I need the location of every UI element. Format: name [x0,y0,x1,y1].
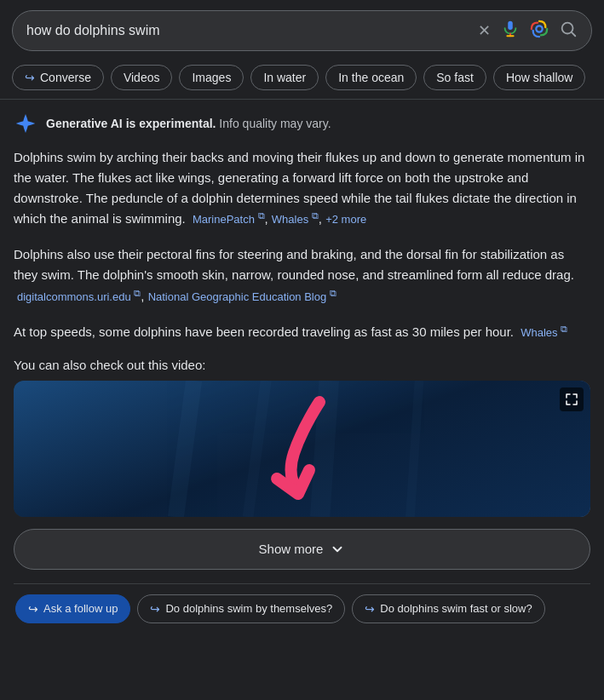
ai-label: Generative AI is experimental. Info qual… [46,117,331,130]
chip-label: Converse [40,71,91,84]
chip-in-water[interactable]: In water [250,65,319,90]
pink-arrow-icon [251,393,354,504]
ai-header: Generative AI is experimental. Info qual… [14,112,590,135]
search-bar-container: ✕ [0,0,604,58]
fast-or-slow-chip[interactable]: ↪ Do dolphins swim fast or slow? [352,594,544,623]
external-link-icon: ⧉ [258,210,265,221]
chip-label: Videos [124,71,160,84]
source-digitalcommons[interactable]: digitalcommons.uri.edu ⧉ [17,290,141,303]
chip-arrow-icon: ↪ [150,602,160,616]
external-link-icon: ⧉ [561,324,567,334]
show-more-label: Show more [259,542,324,556]
ai-paragraph-3: At top speeds, some dolphins have been r… [14,322,590,342]
chip-so-fast[interactable]: So fast [423,65,486,90]
chevron-down-icon [330,542,345,557]
video-thumbnail[interactable] [14,381,590,517]
chip-converse[interactable]: ↪ Converse [12,65,104,90]
external-link-icon: ⧉ [134,287,141,297]
source-whales-2[interactable]: Whales ⧉ [521,326,567,339]
search-bar: ✕ [12,10,592,51]
chip-label: Ask a follow up [43,602,118,615]
chips-row: ↪ Converse Videos Images In water In the… [0,58,604,100]
source-more[interactable]: +2 more [325,213,366,226]
search-input[interactable] [26,23,469,38]
clear-icon[interactable]: ✕ [478,21,491,40]
video-section-label: You can also check out this video: [14,358,590,372]
external-link-icon: ⧉ [330,287,337,297]
chip-videos[interactable]: Videos [111,65,173,90]
ai-section: Generative AI is experimental. Info qual… [0,100,604,649]
converse-arrow-icon: ↪ [25,71,35,84]
gemini-icon [14,112,37,135]
divider [14,583,590,584]
chip-label: How shallow [506,71,573,84]
video-expand-button[interactable] [560,387,584,411]
chip-label: Images [192,71,231,84]
arrow-overlay [14,381,590,517]
svg-rect-0 [508,21,513,30]
lens-icon[interactable] [530,20,549,42]
chip-label: In water [263,71,306,84]
chip-how-shallow[interactable]: How shallow [493,65,586,90]
ai-paragraph-2: Dolphins also use their pectoral fins fo… [14,244,590,306]
by-themselves-chip[interactable]: ↪ Do dolphins swim by themselves? [137,594,345,623]
ask-followup-chip[interactable]: ↪ Ask a follow up [15,594,130,623]
source-natgeo[interactable]: National Geographic Education Blog ⧉ [148,290,337,303]
chip-label: Do dolphins swim fast or slow? [380,602,532,615]
chip-images[interactable]: Images [179,65,244,90]
show-more-button[interactable]: Show more [14,529,590,570]
external-link-icon: ⧉ [312,210,319,221]
suggestion-chips-row: ↪ Ask a follow up ↪ Do dolphins swim by … [14,594,590,637]
svg-point-1 [536,26,542,32]
chip-arrow-icon: ↪ [365,602,375,616]
ai-paragraph-1: Dolphins swim by arching their backs and… [14,147,590,229]
chip-label: In the ocean [338,71,404,84]
chip-in-ocean[interactable]: In the ocean [325,65,417,90]
source-marinepatch[interactable]: MarinePatch ⧉ [193,213,265,226]
search-icons: ✕ [478,20,578,42]
followup-arrow-icon: ↪ [28,602,38,616]
source-whales-1[interactable]: Whales ⧉ [272,213,319,226]
mic-icon[interactable] [501,20,520,42]
search-icon[interactable] [559,20,578,42]
chip-label: Do dolphins swim by themselves? [165,602,332,615]
chip-label: So fast [436,71,474,84]
